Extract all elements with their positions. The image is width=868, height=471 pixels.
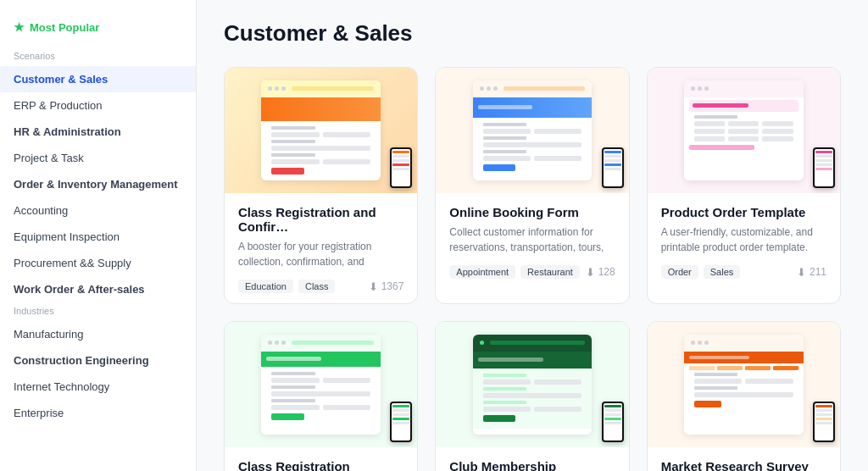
sidebar-item-order-inventory[interactable]: Order & Inventory Management xyxy=(0,171,196,197)
download-icon-2: ⬇ xyxy=(586,266,595,279)
download-icon-1: ⬇ xyxy=(369,280,378,293)
sidebar-item-construction-engineering[interactable]: Construction Engineering xyxy=(0,347,196,374)
tag-order: Order xyxy=(661,265,698,279)
sidebar-item-project-task[interactable]: Project & Task xyxy=(0,145,196,171)
sidebar-item-hr-administration[interactable]: HR & Administration xyxy=(0,119,196,145)
sidebar-item-manufacturing[interactable]: Manufacturing xyxy=(0,321,196,347)
card-title-4: Class Registration xyxy=(238,459,403,471)
card-product-order[interactable]: Product Order Template A user-friendly, … xyxy=(647,67,841,304)
sidebar-item-equipment-inspection[interactable]: Equipment Inspection xyxy=(0,224,196,250)
card-body-6: Market Research Survey Customizable Surv… xyxy=(648,447,840,471)
sidebar-item-procurement-supply[interactable]: Procurement && Supply xyxy=(0,250,196,276)
cards-grid: Class Registration and Confir… A booster… xyxy=(224,67,841,471)
sidebar-item-internet-technology[interactable]: Internet Technology xyxy=(0,374,196,400)
download-count-1: ⬇ 1367 xyxy=(369,280,404,293)
card-title-5: Club Membership Registration xyxy=(449,459,615,471)
scenarios-section-label: Scenarios xyxy=(0,47,196,66)
page-title: Customer & Sales xyxy=(224,20,841,47)
tags-2: Appointment Restaurant xyxy=(449,265,580,279)
sidebar: ★ Most Popular Scenarios Customer & Sale… xyxy=(0,0,197,471)
card-class-registration-form[interactable]: Class Registration Manage enrollment and… xyxy=(224,321,418,471)
card-market-research[interactable]: Market Research Survey Customizable Surv… xyxy=(647,321,841,471)
most-popular-label: Most Popular xyxy=(30,21,99,34)
tag-sales: Sales xyxy=(704,265,741,279)
card-body-4: Class Registration Manage enrollment and… xyxy=(225,447,417,471)
card-footer-1: Education Class ⬇ 1367 xyxy=(238,280,403,293)
card-thumbnail-4 xyxy=(225,322,417,447)
tag-restaurant: Restaurant xyxy=(520,265,580,279)
card-body-5: Club Membership Registration Collect ess… xyxy=(436,447,628,471)
card-title-2: Online Booking Form xyxy=(449,205,615,219)
card-title-3: Product Order Template xyxy=(661,205,826,219)
card-thumbnail-1 xyxy=(225,68,417,193)
most-popular-item[interactable]: ★ Most Popular xyxy=(0,14,196,47)
card-title-6: Market Research Survey xyxy=(661,459,826,471)
sidebar-item-work-order[interactable]: Work Order & After-sales xyxy=(0,276,196,302)
star-icon: ★ xyxy=(14,20,25,34)
card-club-membership[interactable]: Club Membership Registration Collect ess… xyxy=(435,321,629,471)
download-count-2: ⬇ 128 xyxy=(586,266,615,279)
card-body-3: Product Order Template A user-friendly, … xyxy=(648,193,840,289)
card-footer-2: Appointment Restaurant ⬇ 128 xyxy=(449,265,615,279)
sidebar-item-erp-production[interactable]: ERP & Production xyxy=(0,92,196,119)
card-thumbnail-5 xyxy=(436,322,628,447)
sidebar-item-enterprise[interactable]: Enterprise xyxy=(0,400,196,426)
card-footer-3: Order Sales ⬇ 211 xyxy=(661,265,826,279)
card-online-booking[interactable]: Online Booking Form Collect customer inf… xyxy=(435,67,629,304)
card-class-registration-confirmation[interactable]: Class Registration and Confir… A booster… xyxy=(224,67,418,304)
download-icon-3: ⬇ xyxy=(797,266,806,279)
sidebar-item-accounting[interactable]: Accounting xyxy=(0,197,196,224)
industries-section-label: Industries xyxy=(0,302,196,321)
main-content: Customer & Sales xyxy=(197,0,868,471)
card-thumbnail-6 xyxy=(648,322,840,447)
card-thumbnail-3 xyxy=(648,68,840,193)
card-body-2: Online Booking Form Collect customer inf… xyxy=(436,193,628,289)
tag-education: Education xyxy=(238,280,293,293)
sidebar-item-customer-sales[interactable]: Customer & Sales xyxy=(0,66,196,92)
card-desc-2: Collect customer information for reserva… xyxy=(449,224,615,255)
card-body-1: Class Registration and Confir… A booster… xyxy=(225,193,417,303)
card-desc-1: A booster for your registration collecti… xyxy=(238,239,403,269)
card-desc-3: A user-friendly, customizable, and print… xyxy=(661,224,826,255)
download-count-3: ⬇ 211 xyxy=(797,266,826,279)
tags-1: Education Class xyxy=(238,280,335,293)
tags-3: Order Sales xyxy=(661,265,741,279)
tag-class: Class xyxy=(298,280,336,293)
card-title-1: Class Registration and Confir… xyxy=(238,205,403,234)
card-thumbnail-2 xyxy=(436,68,628,193)
tag-appointment: Appointment xyxy=(449,265,515,279)
